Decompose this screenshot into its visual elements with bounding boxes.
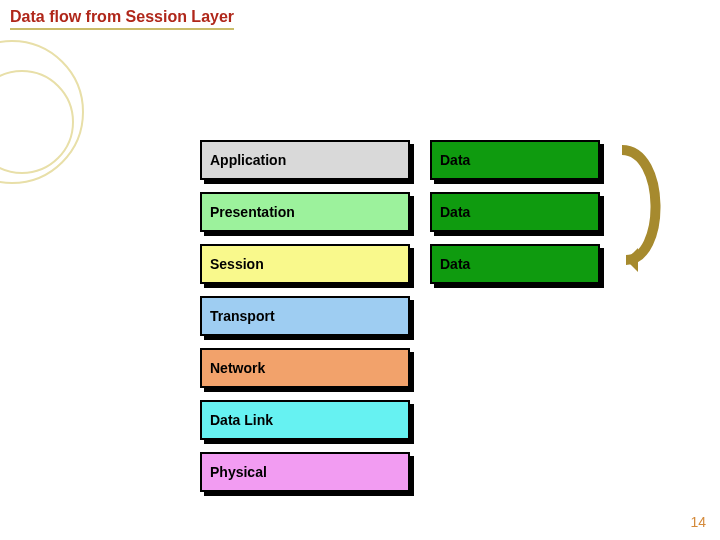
layer-data-link: Data Link xyxy=(200,400,410,440)
page-number: 14 xyxy=(690,514,706,530)
pdu-box-2: Data xyxy=(430,244,600,284)
slide-title: Data flow from Session Layer xyxy=(10,8,234,30)
layer-session: Session xyxy=(200,244,410,284)
layer-application: Application xyxy=(200,140,410,180)
svg-marker-0 xyxy=(626,248,638,272)
pdu-box-0: Data xyxy=(430,140,600,180)
layer-network: Network xyxy=(200,348,410,388)
layer-presentation: Presentation xyxy=(200,192,410,232)
pdu-box-1: Data xyxy=(430,192,600,232)
flow-arrow xyxy=(616,140,672,280)
layer-transport: Transport xyxy=(200,296,410,336)
layer-physical: Physical xyxy=(200,452,410,492)
